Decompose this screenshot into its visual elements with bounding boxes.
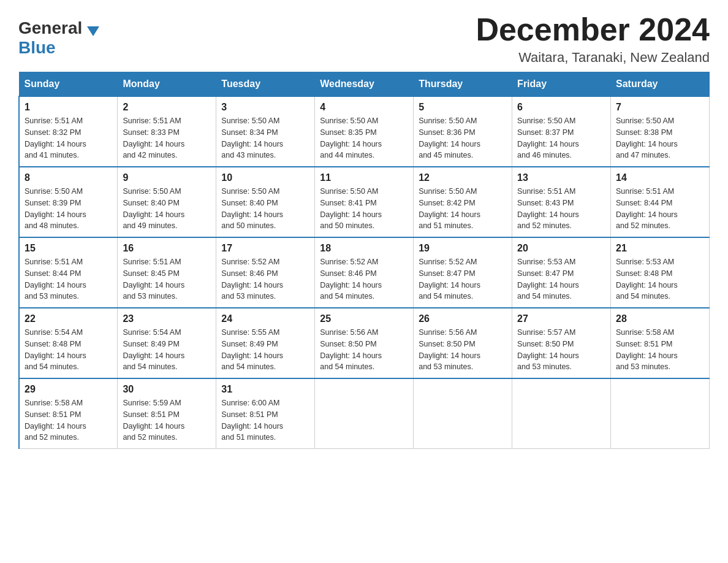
weekday-header-friday: Friday — [512, 72, 611, 97]
calendar-cell: 16Sunrise: 5:51 AMSunset: 8:45 PMDayligh… — [118, 237, 216, 308]
calendar-cell: 6Sunrise: 5:50 AMSunset: 8:37 PMDaylight… — [512, 96, 611, 167]
day-info: Sunrise: 5:59 AMSunset: 8:51 PMDaylight:… — [123, 397, 211, 443]
day-number: 4 — [320, 102, 408, 113]
calendar-cell: 19Sunrise: 5:52 AMSunset: 8:47 PMDayligh… — [414, 237, 512, 308]
day-number: 16 — [123, 243, 211, 254]
calendar-cell: 12Sunrise: 5:50 AMSunset: 8:42 PMDayligh… — [414, 167, 512, 237]
day-info: Sunrise: 5:58 AMSunset: 8:51 PMDaylight:… — [25, 397, 112, 443]
day-number: 2 — [123, 102, 211, 113]
day-info: Sunrise: 5:50 AMSunset: 8:36 PMDaylight:… — [419, 115, 507, 161]
day-info: Sunrise: 5:58 AMSunset: 8:51 PMDaylight:… — [616, 327, 704, 373]
day-number: 26 — [419, 313, 507, 324]
day-info: Sunrise: 5:53 AMSunset: 8:47 PMDaylight:… — [517, 256, 605, 302]
calendar-cell: 8Sunrise: 5:50 AMSunset: 8:39 PMDaylight… — [19, 167, 118, 237]
day-number: 1 — [25, 102, 112, 113]
day-number: 8 — [25, 172, 112, 183]
calendar-cell: 31Sunrise: 6:00 AMSunset: 8:51 PMDayligh… — [216, 378, 315, 449]
day-info: Sunrise: 5:51 AMSunset: 8:45 PMDaylight:… — [123, 256, 211, 302]
logo-blue-text: Blue — [18, 38, 56, 58]
day-number: 11 — [320, 172, 408, 183]
day-info: Sunrise: 5:51 AMSunset: 8:32 PMDaylight:… — [25, 115, 112, 161]
day-info: Sunrise: 5:55 AMSunset: 8:49 PMDaylight:… — [221, 327, 309, 373]
day-info: Sunrise: 5:50 AMSunset: 8:37 PMDaylight:… — [517, 115, 605, 161]
day-info: Sunrise: 5:56 AMSunset: 8:50 PMDaylight:… — [419, 327, 507, 373]
weekday-header-thursday: Thursday — [414, 72, 512, 97]
calendar-cell: 14Sunrise: 5:51 AMSunset: 8:44 PMDayligh… — [611, 167, 710, 237]
calendar-cell: 9Sunrise: 5:50 AMSunset: 8:40 PMDaylight… — [118, 167, 216, 237]
calendar-table: SundayMondayTuesdayWednesdayThursdayFrid… — [18, 72, 710, 449]
day-number: 31 — [221, 384, 309, 395]
day-number: 15 — [25, 243, 112, 254]
page-header: General Blue December 2024 Waitara, Tara… — [18, 12, 710, 66]
calendar-cell: 1Sunrise: 5:51 AMSunset: 8:32 PMDaylight… — [19, 96, 118, 167]
day-number: 13 — [517, 172, 605, 183]
calendar-week-row: 29Sunrise: 5:58 AMSunset: 8:51 PMDayligh… — [19, 378, 710, 449]
day-info: Sunrise: 5:51 AMSunset: 8:44 PMDaylight:… — [25, 256, 112, 302]
calendar-cell: 15Sunrise: 5:51 AMSunset: 8:44 PMDayligh… — [19, 237, 118, 308]
day-info: Sunrise: 5:56 AMSunset: 8:50 PMDaylight:… — [320, 327, 408, 373]
calendar-cell: 7Sunrise: 5:50 AMSunset: 8:38 PMDaylight… — [611, 96, 710, 167]
calendar-cell: 10Sunrise: 5:50 AMSunset: 8:40 PMDayligh… — [216, 167, 315, 237]
weekday-header-row: SundayMondayTuesdayWednesdayThursdayFrid… — [19, 72, 710, 97]
day-number: 22 — [25, 313, 112, 324]
day-number: 29 — [25, 384, 112, 395]
day-number: 18 — [320, 243, 408, 254]
day-info: Sunrise: 5:50 AMSunset: 8:34 PMDaylight:… — [221, 115, 309, 161]
calendar-cell: 13Sunrise: 5:51 AMSunset: 8:43 PMDayligh… — [512, 167, 611, 237]
calendar-cell: 21Sunrise: 5:53 AMSunset: 8:48 PMDayligh… — [611, 237, 710, 308]
calendar-week-row: 15Sunrise: 5:51 AMSunset: 8:44 PMDayligh… — [19, 237, 710, 308]
day-number: 9 — [123, 172, 211, 183]
calendar-cell: 5Sunrise: 5:50 AMSunset: 8:36 PMDaylight… — [414, 96, 512, 167]
day-number: 20 — [517, 243, 605, 254]
calendar-cell — [512, 378, 611, 449]
day-info: Sunrise: 6:00 AMSunset: 8:51 PMDaylight:… — [221, 397, 309, 443]
calendar-cell: 18Sunrise: 5:52 AMSunset: 8:46 PMDayligh… — [315, 237, 414, 308]
day-number: 12 — [419, 172, 507, 183]
calendar-body: 1Sunrise: 5:51 AMSunset: 8:32 PMDaylight… — [19, 96, 710, 449]
calendar-cell: 2Sunrise: 5:51 AMSunset: 8:33 PMDaylight… — [118, 96, 216, 167]
day-info: Sunrise: 5:51 AMSunset: 8:43 PMDaylight:… — [517, 186, 605, 232]
calendar-cell: 17Sunrise: 5:52 AMSunset: 8:46 PMDayligh… — [216, 237, 315, 308]
weekday-header-monday: Monday — [118, 72, 216, 97]
day-number: 17 — [221, 243, 309, 254]
calendar-cell: 29Sunrise: 5:58 AMSunset: 8:51 PMDayligh… — [19, 378, 118, 449]
day-info: Sunrise: 5:52 AMSunset: 8:47 PMDaylight:… — [419, 256, 507, 302]
weekday-header-wednesday: Wednesday — [315, 72, 414, 97]
day-number: 3 — [221, 102, 309, 113]
day-info: Sunrise: 5:53 AMSunset: 8:48 PMDaylight:… — [616, 256, 704, 302]
day-info: Sunrise: 5:51 AMSunset: 8:33 PMDaylight:… — [123, 115, 211, 161]
day-number: 5 — [419, 102, 507, 113]
calendar-cell — [315, 378, 414, 449]
day-info: Sunrise: 5:54 AMSunset: 8:49 PMDaylight:… — [123, 327, 211, 373]
day-info: Sunrise: 5:50 AMSunset: 8:39 PMDaylight:… — [25, 186, 112, 232]
calendar-cell: 25Sunrise: 5:56 AMSunset: 8:50 PMDayligh… — [315, 308, 414, 378]
month-title: December 2024 — [476, 12, 710, 47]
day-info: Sunrise: 5:57 AMSunset: 8:50 PMDaylight:… — [517, 327, 605, 373]
calendar-cell — [611, 378, 710, 449]
day-info: Sunrise: 5:54 AMSunset: 8:48 PMDaylight:… — [25, 327, 112, 373]
weekday-header-sunday: Sunday — [19, 72, 118, 97]
day-number: 14 — [616, 172, 704, 183]
calendar-cell: 4Sunrise: 5:50 AMSunset: 8:35 PMDaylight… — [315, 96, 414, 167]
day-number: 19 — [419, 243, 507, 254]
calendar-cell: 28Sunrise: 5:58 AMSunset: 8:51 PMDayligh… — [611, 308, 710, 378]
day-info: Sunrise: 5:50 AMSunset: 8:40 PMDaylight:… — [221, 186, 309, 232]
title-block: December 2024 Waitara, Taranaki, New Zea… — [476, 12, 710, 66]
calendar-week-row: 22Sunrise: 5:54 AMSunset: 8:48 PMDayligh… — [19, 308, 710, 378]
day-info: Sunrise: 5:50 AMSunset: 8:41 PMDaylight:… — [320, 186, 408, 232]
calendar-cell: 24Sunrise: 5:55 AMSunset: 8:49 PMDayligh… — [216, 308, 315, 378]
day-number: 7 — [616, 102, 704, 113]
calendar-cell: 30Sunrise: 5:59 AMSunset: 8:51 PMDayligh… — [118, 378, 216, 449]
calendar-cell: 26Sunrise: 5:56 AMSunset: 8:50 PMDayligh… — [414, 308, 512, 378]
day-info: Sunrise: 5:50 AMSunset: 8:40 PMDaylight:… — [123, 186, 211, 232]
day-info: Sunrise: 5:50 AMSunset: 8:35 PMDaylight:… — [320, 115, 408, 161]
day-number: 30 — [123, 384, 211, 395]
day-number: 25 — [320, 313, 408, 324]
day-number: 21 — [616, 243, 704, 254]
day-number: 23 — [123, 313, 211, 324]
day-info: Sunrise: 5:50 AMSunset: 8:38 PMDaylight:… — [616, 115, 704, 161]
calendar-week-row: 1Sunrise: 5:51 AMSunset: 8:32 PMDaylight… — [19, 96, 710, 167]
day-number: 6 — [517, 102, 605, 113]
calendar-cell: 27Sunrise: 5:57 AMSunset: 8:50 PMDayligh… — [512, 308, 611, 378]
day-number: 10 — [221, 172, 309, 183]
